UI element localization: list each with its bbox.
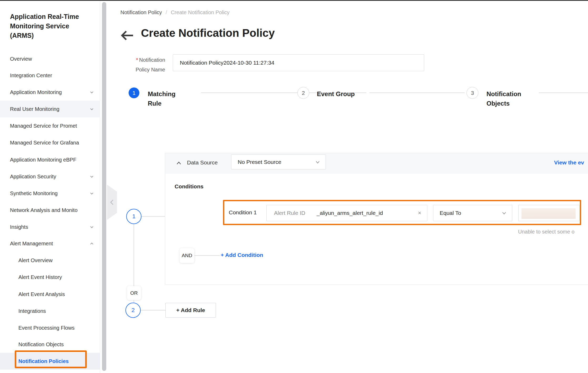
rule-2-badge: 2	[125, 303, 141, 318]
preset-source-select[interactable]: No Preset Source	[231, 154, 326, 169]
clear-icon[interactable]: ×	[418, 205, 421, 221]
collapse-up-icon[interactable]	[176, 160, 182, 166]
matching-rule-panel: Data Source No Preset Source View the ev…	[165, 153, 588, 285]
breadcrumb-separator: /	[166, 9, 167, 15]
chevron-down-icon	[501, 210, 507, 216]
sidebar-item-integration-center[interactable]: Integration Center	[0, 67, 100, 84]
sidebar-item-alert-event-history[interactable]: Alert Event History	[0, 269, 100, 286]
sidebar-item-managed-service-prometheus[interactable]: Managed Service for Promet	[0, 117, 100, 134]
sidebar: Application Real-Time Monitoring Service…	[0, 1, 100, 373]
step-3-circle[interactable]: 3	[467, 87, 478, 99]
field-key-label: Alert Rule ID	[274, 205, 305, 221]
sidebar-item-event-processing-flows[interactable]: Event Processing Flows	[0, 319, 100, 336]
and-operator-box: AND	[180, 248, 194, 263]
operator-select[interactable]: Equal To	[433, 205, 512, 221]
add-condition-button[interactable]: + Add Condition	[221, 252, 263, 258]
sidebar-item-real-user-monitoring[interactable]: Real User Monitoring	[0, 101, 100, 117]
chevron-down-icon	[89, 106, 94, 112]
chevron-down-icon	[89, 191, 94, 196]
chevron-down-icon	[89, 90, 94, 95]
sidebar-collapse-handle[interactable]	[107, 185, 117, 220]
sidebar-item-application-monitoring-ebpf[interactable]: Application Monitoring eBPF	[0, 151, 100, 168]
chevron-up-icon	[89, 241, 94, 246]
chevron-down-icon	[89, 224, 94, 230]
connector-line	[141, 310, 165, 310]
chevron-down-icon	[315, 159, 320, 165]
unable-select-hint: Unable to select some o	[518, 229, 575, 235]
breadcrumb: Notification Policy / Create Notificatio…	[120, 9, 230, 15]
condition-value-field[interactable]	[518, 205, 580, 221]
field-value: _aliyun_arms_alert_rule_id	[317, 205, 383, 221]
add-rule-button[interactable]: + Add Rule	[165, 303, 216, 318]
app-title: Application Real-Time Monitoring Service…	[10, 12, 89, 40]
connector-line	[134, 224, 134, 286]
sidebar-item-insights[interactable]: Insights	[0, 219, 100, 235]
required-asterisk: *	[136, 57, 138, 63]
chevron-left-icon	[109, 199, 115, 206]
data-source-header: Data Source No Preset Source View the ev	[165, 153, 588, 174]
step-connector	[539, 92, 588, 93]
sidebar-item-notification-objects[interactable]: Notification Objects	[0, 336, 100, 353]
scrollbar-thumb[interactable]	[102, 2, 106, 371]
sidebar-item-synthetic-monitoring[interactable]: Synthetic Monitoring	[0, 185, 100, 202]
sidebar-item-network-analysis[interactable]: Network Analysis and Monito	[0, 202, 100, 219]
sidebar-item-overview[interactable]: Overview	[0, 50, 100, 67]
or-operator-box: OR	[127, 286, 141, 300]
step-1-circle[interactable]: 1	[129, 87, 139, 98]
step-3-label: Notification Objects	[486, 89, 530, 108]
sidebar-item-integrations[interactable]: Integrations	[0, 303, 100, 319]
conditions-heading: Conditions	[175, 183, 204, 190]
sidebar-item-notification-policies[interactable]: Notification Policies	[0, 353, 100, 370]
step-2-circle[interactable]: 2	[297, 87, 309, 99]
breadcrumb-parent[interactable]: Notification Policy	[120, 9, 162, 15]
sidebar-item-alert-event-analysis[interactable]: Alert Event Analysis	[0, 286, 100, 303]
data-source-label: Data Source	[187, 159, 218, 166]
alert-rule-id-field[interactable]: Alert Rule ID _aliyun_arms_alert_rule_id…	[266, 205, 427, 221]
view-events-link[interactable]: View the ev	[554, 159, 584, 166]
sidebar-item-alert-overview[interactable]: Alert Overview	[0, 252, 100, 269]
page-title: Create Notification Policy	[141, 27, 275, 39]
sidebar-item-application-security[interactable]: Application Security	[0, 168, 100, 185]
sidebar-item-managed-service-grafana[interactable]: Managed Service for Grafana	[0, 134, 100, 151]
connector-line	[194, 255, 220, 256]
notification-policy-name-label: *Notification Policy Name	[121, 55, 165, 75]
back-arrow-icon[interactable]	[120, 29, 135, 42]
rule-1-badge: 1	[126, 209, 141, 224]
step-connector	[369, 92, 465, 93]
sidebar-item-alert-management[interactable]: Alert Management	[0, 235, 100, 252]
connector-line	[141, 216, 165, 217]
step-1-label: Matching Rule	[148, 89, 185, 108]
connector-line	[134, 300, 134, 303]
highlight-box-condition: Condition 1 Alert Rule ID _aliyun_arms_a…	[223, 200, 581, 225]
condition-1-label: Condition 1	[229, 201, 257, 224]
notification-policy-name-input[interactable]: Notification Policy2024-10-30 11:27:34	[173, 54, 424, 71]
step-2-label: Event Group	[317, 89, 375, 99]
sidebar-item-application-monitoring[interactable]: Application Monitoring	[0, 84, 100, 101]
redacted-value	[521, 208, 576, 219]
breadcrumb-current: Create Notification Policy	[171, 9, 229, 15]
chevron-down-icon	[89, 174, 94, 179]
